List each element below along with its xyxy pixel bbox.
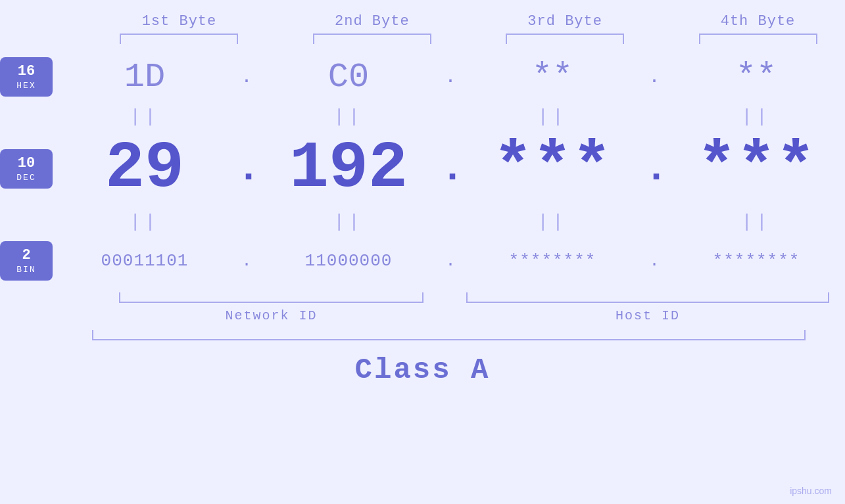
host-id-label: Host ID [616, 308, 680, 323]
bin-dot1: . [237, 251, 256, 271]
eq2-byte3: || [460, 212, 644, 232]
byte4-header: 4th Byte [671, 13, 845, 30]
eq1-byte3: || [460, 106, 644, 127]
eq2-byte1: || [53, 212, 237, 232]
dot-large3: . [644, 147, 664, 191]
hex-badge: 16 HEX [0, 57, 53, 97]
hex-byte2: C0 [256, 58, 441, 97]
bottom-brackets: Network ID Host ID [0, 292, 845, 323]
dec-byte4: *** [664, 136, 845, 202]
dot1: . [237, 66, 256, 88]
watermark: ipshu.com [790, 486, 832, 496]
byte2-header: 2nd Byte [285, 13, 459, 30]
class-row: Class A [0, 354, 845, 386]
network-id-label: Network ID [225, 308, 317, 323]
class-label: Class A [355, 354, 491, 386]
eq1-byte4: || [664, 106, 845, 127]
badges-column: 16 HEX 10 DEC 2 BIN [0, 51, 53, 287]
dec-byte2: 192 [256, 136, 441, 202]
eq-row-2: || || || || [53, 208, 845, 235]
eq1-byte1: || [53, 106, 237, 127]
dot-large2: . [441, 147, 460, 191]
byte3-header: 3rd Byte [478, 13, 652, 30]
hex-byte3: ** [460, 58, 644, 97]
hex-byte1: 1D [53, 58, 237, 97]
bin-dot3: . [644, 251, 664, 271]
eq1-byte2: || [256, 106, 441, 127]
bin-badge: 2 BIN [0, 241, 53, 281]
dec-byte1: 29 [53, 136, 237, 202]
eq2-byte4: || [664, 212, 845, 232]
dot2: . [441, 66, 460, 88]
dot-large1: . [237, 147, 256, 191]
bin-byte2: 11000000 [256, 251, 441, 271]
hex-row: 1D . C0 . ** . ** [53, 51, 845, 103]
bin-byte3: ******** [460, 251, 644, 271]
byte1-header: 1st Byte [92, 13, 266, 30]
eq2-byte2: || [256, 212, 441, 232]
dec-badge: 10 DEC [0, 149, 53, 189]
bin-row: 00011101 . 11000000 . ******** . *******… [53, 235, 845, 287]
wide-bracket-line [92, 330, 806, 340]
dec-row: 29 . 192 . *** . *** [53, 129, 845, 208]
wide-bracket-container [0, 330, 845, 340]
eq-row-1: || || || || [53, 103, 845, 129]
top-brackets [0, 34, 845, 44]
bin-byte1: 00011101 [53, 251, 237, 271]
bin-byte4: ******** [664, 251, 845, 271]
main-container: 1st Byte 2nd Byte 3rd Byte 4th Byte 16 H… [0, 0, 845, 504]
byte-headers: 1st Byte 2nd Byte 3rd Byte 4th Byte [0, 13, 845, 30]
dec-byte3: *** [460, 136, 644, 202]
bin-dot2: . [441, 251, 460, 271]
hex-byte4: ** [664, 58, 845, 97]
dot3: . [644, 66, 664, 88]
